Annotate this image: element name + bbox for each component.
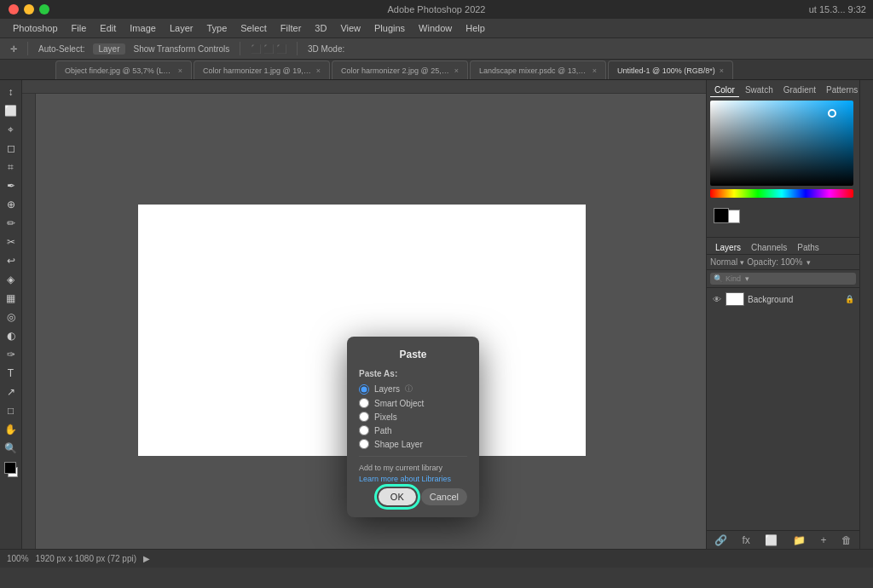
paste-pixels-radio[interactable] — [359, 412, 369, 422]
selection-tool[interactable]: ⬜ — [3, 102, 20, 119]
foreground-color[interactable] — [4, 462, 16, 474]
maximize-button[interactable] — [39, 4, 49, 14]
paste-option-layers[interactable]: Layers ⓘ — [359, 383, 467, 395]
auto-select-value[interactable]: Layer — [93, 43, 124, 55]
layers-footer: 🔗 fx ⬜ 📁 + 🗑 — [707, 530, 859, 549]
fg-bg-colors[interactable] — [4, 462, 18, 477]
hand-tool[interactable]: ✋ — [3, 421, 20, 438]
paste-shape-radio[interactable] — [359, 439, 369, 449]
menu-select[interactable]: Select — [234, 21, 273, 35]
delete-layer-button[interactable]: 🗑 — [841, 534, 852, 546]
minimize-button[interactable] — [24, 4, 34, 14]
paste-smart-radio[interactable] — [359, 398, 369, 408]
paste-layers-radio[interactable] — [359, 384, 369, 395]
menu-view[interactable]: View — [334, 21, 367, 35]
foreground-swatch[interactable] — [714, 208, 729, 223]
paste-option-shape[interactable]: Shape Layer — [359, 439, 467, 449]
menu-type[interactable]: Type — [200, 21, 233, 35]
color-cursor[interactable] — [828, 109, 836, 118]
lasso-tool[interactable]: ⌖ — [3, 121, 20, 138]
paths-tab[interactable]: Paths — [792, 241, 824, 254]
blur-tool[interactable]: ◎ — [3, 308, 20, 326]
type-tool[interactable]: T — [3, 365, 20, 382]
pen-tool[interactable]: ✑ — [3, 346, 20, 363]
cancel-button[interactable]: Cancel — [421, 488, 467, 505]
menu-help[interactable]: Help — [460, 21, 491, 35]
learn-link[interactable]: Learn more about Libraries — [359, 475, 467, 483]
paste-dialog-title: Paste — [359, 349, 467, 360]
tab-close-1[interactable]: × — [316, 66, 321, 75]
layers-section: Layers Channels Paths Normal ▾ Opacity: … — [707, 238, 859, 549]
tab-1[interactable]: Color harmonizer 1.jpg @ 19,1% (Layer 1,… — [194, 61, 330, 79]
brush-tool[interactable]: ✏ — [3, 215, 20, 232]
menu-image[interactable]: Image — [124, 21, 162, 35]
menu-window[interactable]: Window — [413, 21, 458, 35]
show-transforms-label[interactable]: Show Transform Controls — [130, 43, 234, 55]
tab-close-4[interactable]: × — [720, 66, 724, 75]
color-tab-swatch[interactable]: Swatch — [741, 84, 778, 97]
move-tool[interactable]: ↕ — [3, 84, 20, 101]
layers-tab[interactable]: Layers — [710, 241, 746, 254]
tab-close-3[interactable]: × — [593, 66, 597, 75]
spot-heal-tool[interactable]: ⊕ — [3, 196, 20, 213]
lock-icon: 🔒 — [845, 295, 854, 303]
object-select-tool[interactable]: ◻ — [3, 140, 20, 157]
paste-option-smart[interactable]: Smart Object — [359, 398, 467, 408]
color-tab-color[interactable]: Color — [710, 84, 739, 97]
blend-mode-label[interactable]: Normal — [710, 257, 737, 267]
menu-layer[interactable]: Layer — [164, 21, 199, 35]
canvas-viewport[interactable]: Paste Paste As: Layers ⓘ Smart Object Pi… — [36, 94, 706, 549]
arrow-icon[interactable]: ▶ — [143, 554, 150, 563]
layers-list: 👁 Background 🔒 — [707, 288, 859, 530]
color-tab-gradient[interactable]: Gradient — [779, 84, 820, 97]
layer-row[interactable]: 👁 Background 🔒 — [708, 290, 858, 308]
paste-as-label: Paste As: — [359, 369, 467, 378]
channels-tab[interactable]: Channels — [746, 241, 792, 254]
separator — [27, 42, 28, 55]
dodge-tool[interactable]: ◐ — [3, 327, 20, 344]
menu-file[interactable]: File — [66, 21, 93, 35]
menu-edit[interactable]: Edit — [94, 21, 122, 35]
new-layer-button[interactable]: + — [821, 534, 827, 546]
menu-filter[interactable]: Filter — [275, 21, 307, 35]
color-gradient[interactable] — [710, 101, 853, 186]
link-layers-button[interactable]: 🔗 — [714, 534, 727, 546]
eraser-tool[interactable]: ◈ — [3, 271, 20, 288]
history-brush-tool[interactable]: ↩ — [3, 252, 20, 269]
tab-close-2[interactable]: × — [454, 66, 459, 75]
zoom-tool[interactable]: 🔍 — [3, 440, 20, 457]
eyedropper-tool[interactable]: ✒ — [3, 177, 20, 194]
tab-3[interactable]: Landscape mixer.psdc @ 13,3% (Layer 1, L… — [470, 61, 606, 79]
gradient-tool[interactable]: ▦ — [3, 290, 20, 307]
mask-button[interactable]: ⬜ — [765, 534, 778, 546]
path-select-tool[interactable]: ↗ — [3, 383, 20, 401]
crop-tool[interactable]: ⌗ — [3, 159, 20, 176]
tab-2[interactable]: Color harmonizer 2.jpg @ 25,2% (Layer 1,… — [332, 61, 468, 79]
visibility-icon[interactable]: 👁 — [712, 294, 722, 304]
search-chevron[interactable]: ▾ — [745, 274, 749, 283]
new-group-button[interactable]: 📁 — [793, 534, 806, 546]
clone-tool[interactable]: ✂ — [3, 233, 20, 251]
search-kind[interactable]: Kind — [726, 274, 741, 283]
color-tab-patterns[interactable]: Patterns — [822, 84, 862, 97]
canvas-row: Paste Paste As: Layers ⓘ Smart Object Pi… — [22, 94, 706, 549]
tab-0[interactable]: Object finder.jpg @ 53,7% (Layer 1, RGB/… — [55, 61, 192, 79]
shape-tool[interactable]: □ — [3, 402, 20, 419]
layer-thumbnail — [726, 292, 744, 306]
menu-3d[interactable]: 3D — [309, 21, 332, 35]
color-section: Color Swatch Gradient Patterns — [707, 80, 859, 238]
tab-4[interactable]: Untitled-1 @ 100% (RGB/8*) × — [608, 61, 733, 79]
opacity-chevron[interactable]: ▾ — [807, 258, 811, 267]
fx-button[interactable]: fx — [742, 534, 749, 546]
tab-close-0[interactable]: × — [178, 66, 182, 75]
color-hue-bar[interactable] — [710, 189, 853, 198]
blend-chevron[interactable]: ▾ — [740, 258, 744, 267]
menu-photoshop[interactable]: Photoshop — [7, 21, 64, 35]
close-button[interactable] — [9, 4, 19, 14]
menu-plugins[interactable]: Plugins — [368, 21, 411, 35]
paste-path-radio[interactable] — [359, 425, 369, 435]
canvas-area-wrapper: Paste Paste As: Layers ⓘ Smart Object Pi… — [22, 80, 706, 549]
ok-button[interactable]: OK — [379, 488, 416, 505]
paste-option-path[interactable]: Path — [359, 425, 467, 435]
paste-option-pixels[interactable]: Pixels — [359, 412, 467, 422]
